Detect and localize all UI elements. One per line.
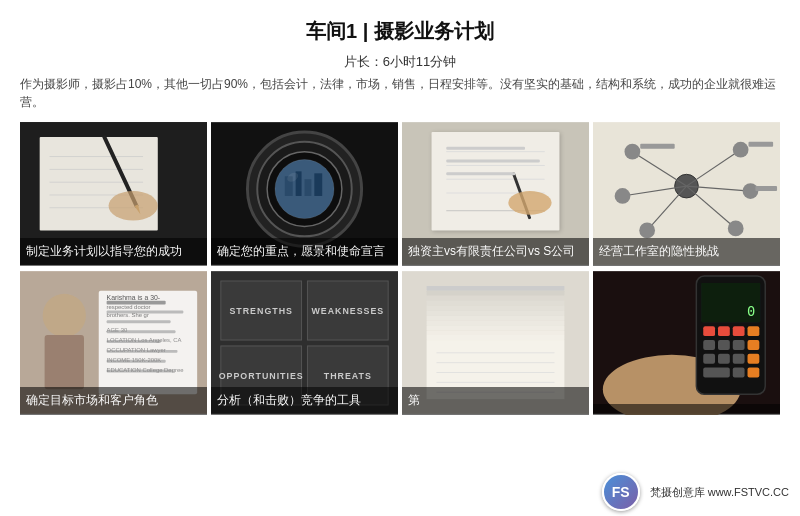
svg-rect-117 [733,368,745,378]
svg-rect-106 [733,326,745,336]
svg-rect-115 [748,354,760,364]
svg-rect-50 [755,186,777,191]
svg-text:THREATS: THREATS [324,371,372,381]
svg-rect-53 [45,335,84,389]
svg-text:WEAKNESSES: WEAKNESSES [311,306,384,316]
caption-7: 第 [402,387,589,415]
grid-item-4[interactable]: 经营工作室的隐性挑战 [593,121,780,266]
main-title: 车间1 | 摄影业务计划 [20,18,780,45]
svg-rect-118 [748,368,760,378]
svg-rect-116 [703,368,730,378]
svg-point-43 [733,142,749,158]
watermark: FS 梵摄创意库 www.FSTVC.CC [602,473,795,511]
svg-rect-105 [718,326,730,336]
svg-point-52 [43,294,86,337]
watermark-text: 梵摄创意库 www.FSTVC.CC [644,482,795,503]
svg-rect-57 [107,320,171,323]
grid-item-1[interactable]: 制定业务计划以指导您的成功 [20,121,207,266]
svg-text:0: 0 [747,303,755,319]
svg-point-10 [109,191,158,221]
svg-point-42 [624,144,640,160]
svg-rect-83 [427,296,565,301]
svg-text:AGE  30: AGE 30 [107,327,128,333]
grid-item-8[interactable]: 0 [593,270,780,415]
caption-4: 经营工作室的隐性挑战 [593,238,780,266]
svg-rect-48 [640,144,674,149]
grid-item-7[interactable]: 第 [402,270,589,415]
svg-text:EDUCATION  College Degree: EDUCATION College Degree [107,367,185,373]
svg-text:brothers. She gr: brothers. She gr [107,312,149,318]
svg-text:STRENGTHS: STRENGTHS [229,306,292,316]
svg-rect-90 [427,330,565,335]
svg-rect-104 [703,326,715,336]
svg-rect-85 [427,306,565,311]
caption-1: 制定业务计划以指导您的成功 [20,238,207,266]
svg-point-45 [743,183,759,199]
svg-rect-111 [748,340,760,350]
svg-rect-108 [703,340,715,350]
grid-item-2[interactable]: 确定您的重点，愿景和使命宣言 [211,121,398,266]
grid-item-6[interactable]: STRENGTHS WEAKNESSES OPPORTUNITIES THREA… [211,270,398,415]
svg-rect-31 [446,147,525,150]
svg-rect-49 [749,142,774,147]
watermark-logo: FS [602,473,640,511]
svg-rect-89 [427,325,565,330]
svg-text:Karishma is a 30-: Karishma is a 30- [107,294,161,301]
svg-text:INCOME  150K-200K: INCOME 150K-200K [107,357,162,363]
grid-item-3[interactable]: 独资主vs有限责任公司vs S公司 [402,121,589,266]
caption-2: 确定您的重点，愿景和使命宣言 [211,238,398,266]
svg-point-30 [508,191,551,215]
caption-5: 确定目标市场和客户角色 [20,387,207,415]
header-section: 车间1 | 摄影业务计划 片长：6小时11分钟 作为摄影师，摄影占10%，其他一… [20,18,780,111]
page-container: 车间1 | 摄影业务计划 片长：6小时11分钟 作为摄影师，摄影占10%，其他一… [0,0,800,516]
svg-rect-88 [427,320,565,325]
svg-text:OPPORTUNITIES: OPPORTUNITIES [219,371,304,381]
svg-point-47 [728,221,744,237]
svg-rect-19 [314,173,322,196]
svg-rect-18 [305,179,312,196]
svg-rect-91 [427,335,565,340]
caption-6: 分析（和击败）竞争的工具 [211,387,398,415]
svg-point-44 [615,188,631,204]
svg-rect-33 [446,172,515,175]
svg-rect-86 [427,311,565,316]
caption-8 [593,404,780,415]
svg-rect-113 [718,354,730,364]
svg-rect-84 [427,301,565,306]
svg-rect-114 [733,354,745,364]
svg-rect-81 [427,286,565,291]
svg-text:LOCATION  Los Angeles, CA: LOCATION Los Angeles, CA [107,337,182,343]
svg-text:OCCUPATION  Lawyer: OCCUPATION Lawyer [107,347,166,353]
svg-text:respected doctor: respected doctor [107,304,151,310]
video-grid: 制定业务计划以指导您的成功 确定您的重点，愿景和使命宣言 [20,121,780,415]
svg-rect-82 [427,291,565,296]
svg-rect-112 [703,354,715,364]
description-line: 作为摄影师，摄影占10%，其他一切占90%，包括会计，法律，市场，销售，日程安排… [20,75,780,111]
grid-item-5[interactable]: Karishma is a 30- respected doctor broth… [20,270,207,415]
svg-rect-110 [733,340,745,350]
svg-point-46 [639,223,655,239]
duration-line: 片长：6小时11分钟 [20,53,780,71]
caption-3: 独资主vs有限责任公司vs S公司 [402,238,589,266]
svg-rect-107 [748,326,760,336]
svg-rect-87 [427,315,565,320]
svg-rect-109 [718,340,730,350]
svg-rect-32 [446,160,540,163]
